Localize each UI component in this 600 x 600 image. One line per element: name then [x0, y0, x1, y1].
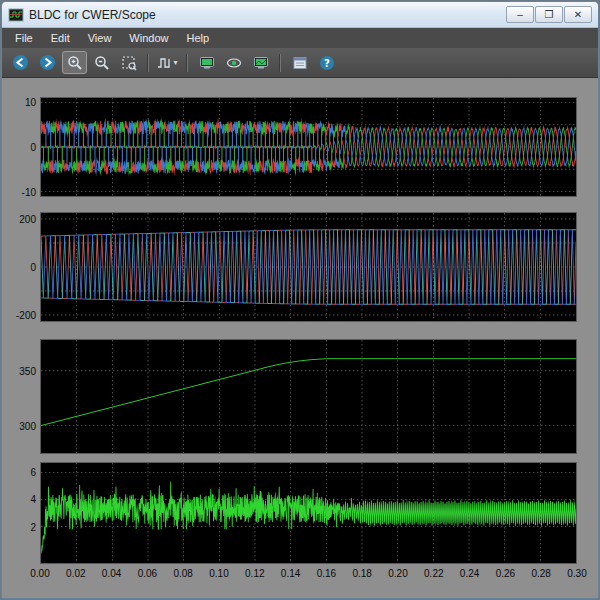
menu-view[interactable]: View [79, 30, 121, 46]
svg-text:?: ? [324, 57, 330, 68]
x-tick-label: 0.22 [424, 568, 443, 579]
scope-plot-region: 100-10 2000-200 350300 642 0.000.020.040… [2, 78, 598, 598]
x-tick-label: 0.06 [138, 568, 157, 579]
menu-file[interactable]: File [6, 30, 42, 46]
zoom-in-button[interactable] [62, 51, 87, 74]
y-tick-label: 10 [2, 97, 36, 108]
toolbar-separator [147, 54, 149, 72]
y-tick-label: 2 [2, 521, 36, 532]
maximize-button[interactable]: ❐ [535, 6, 563, 23]
toolbar-separator [186, 54, 188, 72]
y-tick-label: -10 [2, 186, 36, 197]
x-tick-label: 0.14 [281, 568, 300, 579]
menu-bar: File Edit View Window Help [2, 28, 598, 48]
rotor-speed-canvas[interactable] [41, 340, 576, 453]
x-tick-label: 0.24 [460, 568, 479, 579]
x-tick-label: 0.10 [209, 568, 228, 579]
stator-currents-canvas[interactable] [41, 98, 576, 196]
y-tick-label: 6 [2, 467, 36, 478]
toolbar-separator [279, 54, 281, 72]
window-controls: – ❐ ✕ [506, 6, 592, 23]
y-tick-label: 200 [2, 214, 36, 225]
title-bar: BLDC for CWER/Scope – ❐ ✕ [2, 2, 598, 28]
back-button[interactable] [8, 51, 33, 74]
y-tick-label: 0 [2, 262, 36, 273]
x-tick-label: 0.16 [317, 568, 336, 579]
x-tick-label: 0.30 [567, 568, 586, 579]
y-tick-label: 0 [2, 142, 36, 153]
scope-window: BLDC for CWER/Scope – ❐ ✕ File Edit View… [1, 1, 599, 599]
minimize-button[interactable]: – [506, 6, 534, 23]
x-tick-label: 0.04 [102, 568, 121, 579]
toolbar: ▾ ? [2, 48, 598, 78]
window-title: BLDC for CWER/Scope [29, 8, 156, 22]
y-tick-label: 300 [2, 420, 36, 431]
y-tick-label: 350 [2, 365, 36, 376]
scope-app-icon [8, 7, 24, 23]
scope-plot-rotor-speed: 350300 [40, 339, 577, 454]
capture-display-button[interactable] [248, 51, 273, 74]
scope-plot-torque: 642 [40, 462, 577, 564]
x-tick-label: 0.08 [173, 568, 192, 579]
zoom-out-button[interactable] [89, 51, 114, 74]
signal-highlight-button[interactable] [221, 51, 246, 74]
zoom-fit-button[interactable] [116, 51, 141, 74]
y-tick-label: -200 [2, 310, 36, 321]
forward-button[interactable] [35, 51, 60, 74]
x-tick-label: 0.26 [496, 568, 515, 579]
back-emf-canvas[interactable] [41, 213, 576, 321]
x-tick-label: 0.00 [30, 568, 49, 579]
x-tick-label: 0.12 [245, 568, 264, 579]
x-tick-label: 0.20 [388, 568, 407, 579]
scope-plot-stator-currents: 100-10 [40, 97, 577, 197]
x-tick-label: 0.28 [531, 568, 550, 579]
signal-display-button[interactable] [194, 51, 219, 74]
menu-window[interactable]: Window [120, 30, 177, 46]
y-tick-label: 4 [2, 494, 36, 505]
close-button[interactable]: ✕ [564, 6, 592, 23]
chevron-down-icon: ▾ [173, 58, 177, 67]
x-tick-label: 0.18 [352, 568, 371, 579]
cursor-measurements-button[interactable]: ▾ [155, 51, 180, 74]
x-tick-label: 0.02 [66, 568, 85, 579]
time-axis-labels: 0.000.020.040.060.080.100.120.140.160.18… [40, 568, 577, 582]
torque-canvas[interactable] [41, 463, 576, 563]
properties-button[interactable] [287, 51, 312, 74]
help-button[interactable]: ? [314, 51, 339, 74]
menu-help[interactable]: Help [177, 30, 218, 46]
menu-edit[interactable]: Edit [42, 30, 79, 46]
scope-plot-back-emf: 2000-200 [40, 212, 577, 322]
